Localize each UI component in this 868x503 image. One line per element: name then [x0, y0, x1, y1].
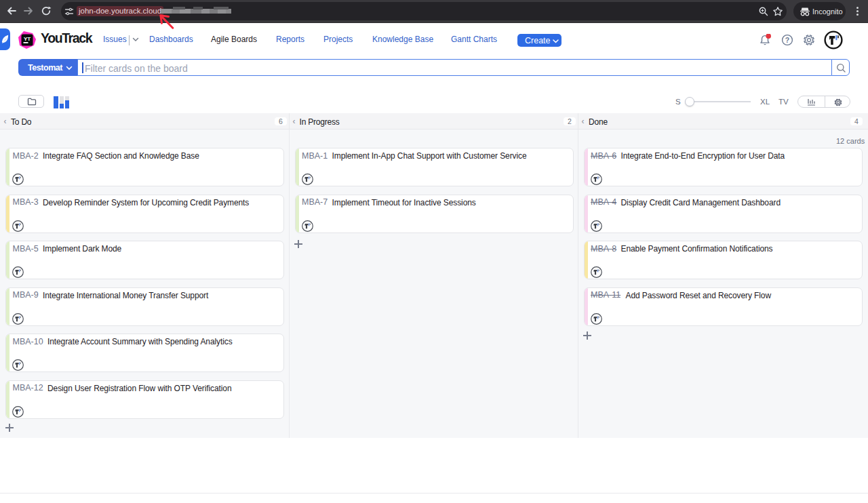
- svg-text:YT: YT: [24, 36, 31, 42]
- svg-text:?: ?: [785, 36, 789, 44]
